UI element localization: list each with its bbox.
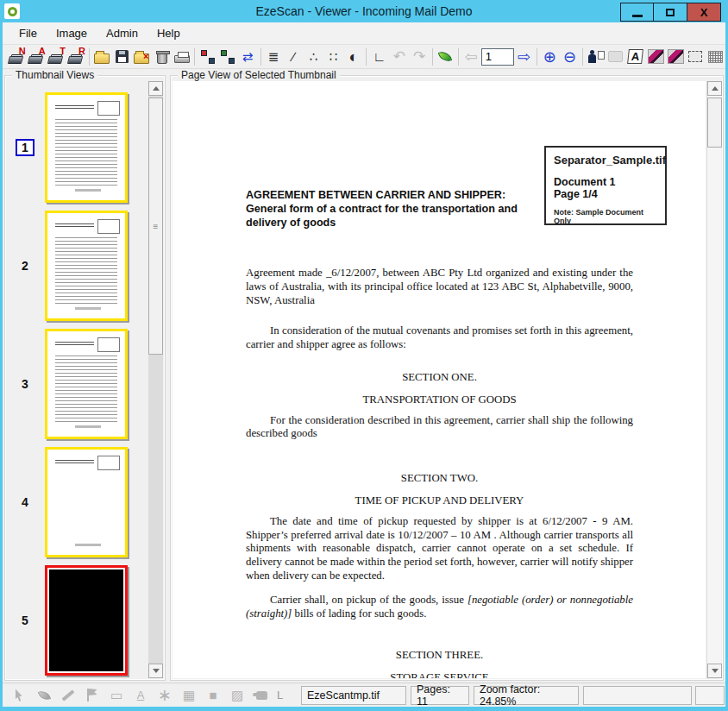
zoom-in-icon: ⊕ bbox=[543, 49, 556, 65]
toolbar: N A T R × ⇄ ≣ ∕ ∴ ∷ ◐ bbox=[3, 45, 725, 69]
stamp-icon bbox=[608, 51, 623, 62]
status-filename: EzeScantmp.tif bbox=[301, 686, 406, 705]
scrollbar-thumb[interactable] bbox=[707, 98, 722, 148]
title-bar: EzeScan - Viewer - Incoming Mail Demo X bbox=[0, 0, 728, 22]
separator-filename: Separator_Sample.tif bbox=[554, 154, 657, 167]
print-button[interactable] bbox=[172, 47, 191, 67]
zoom-in-button[interactable]: ⊕ bbox=[540, 47, 560, 67]
scroll-up-button[interactable] bbox=[707, 81, 722, 96]
thumbnail-row: 2 bbox=[5, 206, 147, 324]
page-number-input[interactable] bbox=[481, 48, 514, 66]
select-tool-button[interactable] bbox=[8, 686, 32, 705]
redo-button[interactable]: ↷ bbox=[410, 47, 430, 67]
thumbnail-page-1[interactable] bbox=[45, 92, 128, 203]
status-extra-field bbox=[583, 686, 692, 705]
pen-tool-button[interactable] bbox=[56, 686, 80, 705]
menu-help[interactable]: Help bbox=[149, 24, 188, 42]
select-region-button[interactable] bbox=[686, 47, 706, 67]
maximize-button[interactable] bbox=[654, 3, 687, 22]
thumbnail-row: 3 bbox=[5, 324, 147, 443]
noise-removal-button[interactable] bbox=[706, 47, 725, 67]
save-file-button[interactable] bbox=[112, 47, 132, 67]
rectangle-tool-button[interactable]: ▭ bbox=[104, 686, 129, 705]
document-canvas[interactable]: Separator_Sample.tif Document 1 Page 1/4… bbox=[173, 81, 706, 678]
scan-new-button[interactable]: N bbox=[6, 47, 26, 67]
crop-button[interactable]: ∟ bbox=[369, 47, 389, 67]
printer-icon bbox=[174, 55, 190, 63]
binarize-button[interactable]: ≣ bbox=[264, 47, 284, 67]
close-button[interactable]: X bbox=[687, 3, 721, 22]
despeckle-light-button[interactable]: ∴ bbox=[304, 47, 323, 67]
thumbnail-number: 5 bbox=[5, 613, 45, 627]
save-floppy-icon bbox=[116, 50, 129, 63]
thumbnail-page-4[interactable] bbox=[45, 447, 128, 557]
deskew-button[interactable]: ∕ bbox=[284, 47, 304, 67]
document-paragraph: Agreement made _6/12/2007, between ABC P… bbox=[246, 267, 633, 307]
thumbnail-page-2[interactable] bbox=[45, 211, 128, 321]
scrollbar-thumb[interactable]: ≡ bbox=[148, 98, 163, 355]
close-file-button[interactable]: × bbox=[132, 47, 152, 67]
scroll-up-button[interactable] bbox=[148, 81, 163, 96]
thumbnail-panel-title: Thumbnail Views bbox=[12, 69, 97, 81]
fill-tool-button[interactable]: ■ bbox=[201, 686, 225, 705]
status-bar: ▭ A ∗ ▦ ■ ▨ L EzeScantmp.tif Pages: 11 Z… bbox=[3, 683, 725, 707]
highlighter-button[interactable] bbox=[646, 47, 666, 67]
open-folder-icon bbox=[94, 53, 110, 64]
next-arrow-icon: ⇨ bbox=[518, 49, 530, 65]
invert-button[interactable]: ◐ bbox=[343, 47, 363, 67]
open-file-button[interactable] bbox=[92, 47, 112, 67]
thumbnail-scrollbar[interactable]: ≡ bbox=[148, 81, 163, 678]
deskew-icon: ∕ bbox=[292, 50, 295, 63]
swap-pages-button[interactable]: ⇄ bbox=[238, 47, 258, 67]
zoom-out-button[interactable]: ⊖ bbox=[560, 47, 580, 67]
window-frame: File Image Admin Help N A T R × bbox=[3, 22, 725, 707]
menu-admin[interactable]: Admin bbox=[98, 24, 146, 42]
noise-icon bbox=[708, 51, 723, 63]
marker-button[interactable] bbox=[666, 47, 686, 67]
text-annotation-button[interactable]: A bbox=[625, 47, 645, 67]
undo-button[interactable]: ↶ bbox=[389, 47, 409, 67]
swap-arrows-icon: ⇄ bbox=[242, 50, 254, 63]
move-page-right-button[interactable] bbox=[217, 47, 237, 67]
menu-image[interactable]: Image bbox=[48, 24, 95, 42]
separator-sample-box: Separator_Sample.tif Document 1 Page 1/4… bbox=[544, 146, 667, 225]
clean-button[interactable] bbox=[436, 47, 455, 67]
scan-append-button[interactable]: A bbox=[26, 47, 46, 67]
redact-person-button[interactable] bbox=[586, 47, 606, 67]
previous-page-button[interactable]: ⇦ bbox=[461, 47, 481, 67]
menu-bar: File Image Admin Help bbox=[3, 22, 725, 45]
move-page-left-button[interactable] bbox=[198, 47, 217, 67]
scan-replace-button[interactable]: R bbox=[66, 47, 85, 67]
quill-tool-button[interactable] bbox=[32, 686, 56, 705]
grid-tool-button[interactable]: ▦ bbox=[177, 686, 201, 705]
despeckle-heavy-button[interactable]: ∷ bbox=[323, 47, 343, 67]
document-paragraph: The date and time of pickup requested by… bbox=[246, 515, 633, 583]
pan-tool-button[interactable] bbox=[249, 686, 273, 705]
next-page-button[interactable]: ⇨ bbox=[514, 47, 534, 67]
minimize-button[interactable] bbox=[620, 3, 654, 22]
thumbnail-row: 1 bbox=[5, 88, 147, 206]
thumbnail-page-3[interactable] bbox=[45, 329, 128, 439]
scroll-down-button[interactable] bbox=[148, 664, 163, 678]
despeckle-tool-button[interactable]: ∗ bbox=[153, 686, 177, 705]
menu-file[interactable]: File bbox=[11, 24, 45, 42]
folder-close-icon: × bbox=[134, 53, 149, 64]
chevron-up-icon bbox=[153, 86, 160, 91]
person-document-icon bbox=[587, 50, 605, 64]
scan-insert-button[interactable]: T bbox=[46, 47, 66, 67]
document-heading: AGREEMENT BETWEEN CARRIER AND SHIPPER: G… bbox=[246, 188, 548, 230]
scroll-down-button[interactable] bbox=[707, 664, 722, 678]
section-title: SECTION THREE. bbox=[246, 649, 633, 663]
rectangle-icon: ▭ bbox=[110, 689, 122, 702]
flag-tool-button[interactable] bbox=[80, 686, 104, 705]
section-subtitle: TRANSPORTATION OF GOODS bbox=[246, 393, 633, 407]
stamp-button[interactable] bbox=[606, 47, 625, 67]
page-view-panel: Page View of Selected Thumbnail Separato… bbox=[170, 75, 724, 681]
delete-page-button[interactable] bbox=[152, 47, 172, 67]
filled-square-icon: ■ bbox=[209, 689, 217, 702]
pattern-tool-button[interactable]: ▨ bbox=[225, 686, 249, 705]
grid-icon: ▦ bbox=[183, 689, 195, 702]
text-tool-button[interactable]: A bbox=[129, 686, 153, 705]
thumbnail-page-5[interactable] bbox=[45, 565, 128, 676]
page-view-scrollbar[interactable] bbox=[706, 81, 721, 678]
